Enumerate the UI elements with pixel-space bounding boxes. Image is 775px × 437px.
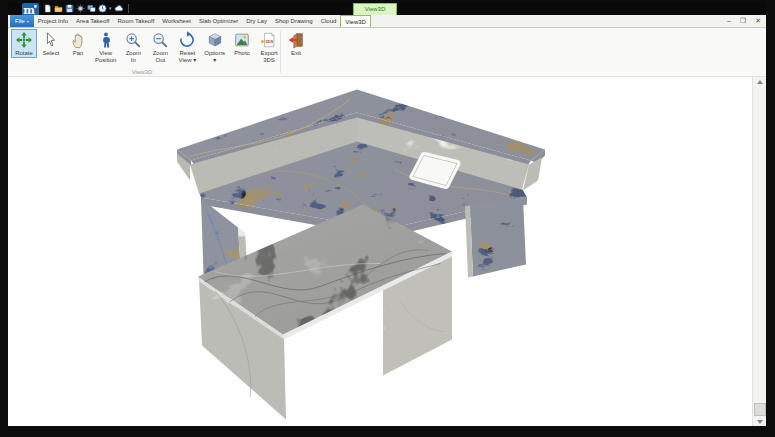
rotate-button[interactable]: Rotate <box>11 29 37 58</box>
zoom-in-button[interactable]: ZoomIn <box>120 29 146 65</box>
tab-dry-lay[interactable]: Dry Lay <box>242 15 271 27</box>
scroll-down-button[interactable] <box>754 417 765 426</box>
viewport-3d[interactable] <box>8 77 766 426</box>
select-cursor-icon <box>42 31 60 49</box>
select-button[interactable]: Select <box>38 29 64 58</box>
save-icon[interactable] <box>65 4 74 13</box>
title-bar: m <box>8 2 766 15</box>
options-button[interactable]: Options▾ <box>201 29 228 65</box>
open-folder-icon[interactable] <box>54 4 63 13</box>
file-menu-button[interactable]: File ▾ <box>10 15 34 27</box>
tab-room-takeoff[interactable]: Room Takeoff <box>114 15 159 27</box>
tab-shop-drawing[interactable]: Shop Drawing <box>271 15 317 27</box>
zoom-out-button[interactable]: ZoomOut <box>147 29 173 65</box>
photo-icon <box>233 31 251 49</box>
photo-button[interactable]: Photo <box>229 29 255 58</box>
scroll-up-button[interactable] <box>754 77 765 86</box>
viewport-scrollbar[interactable] <box>752 77 766 426</box>
zoom-in-icon <box>124 31 142 49</box>
tab-worksheet[interactable]: Worksheet <box>158 15 195 27</box>
exit-button[interactable]: Exit <box>283 29 309 58</box>
scene-3d-render <box>8 77 753 426</box>
ribbon-group-separator <box>280 31 281 73</box>
view-position-person-icon <box>97 31 115 49</box>
cloud-sync-icon[interactable] <box>114 4 124 13</box>
close-button[interactable]: ✕ <box>755 15 761 27</box>
ribbon-tab-bar: File ▾ Project Info Area Takeoff Room Ta… <box>8 15 766 27</box>
tab-project-info[interactable]: Project Info <box>34 15 72 27</box>
tab-area-takeoff[interactable]: Area Takeoff <box>72 15 113 27</box>
quick-access-separator <box>128 4 129 13</box>
app-window: m <box>8 2 766 425</box>
export-3ds-icon: 3DS <box>260 31 278 49</box>
ribbon-group-label: View3D <box>8 68 276 76</box>
counter-leg-right <box>470 199 526 277</box>
quick-access-toolbar: ▾ <box>43 4 129 13</box>
reset-view-icon <box>178 31 196 49</box>
export-3ds-button[interactable]: 3DS Export3DS <box>256 29 282 65</box>
file-caret-icon: ▾ <box>27 19 29 24</box>
ribbon-toolbar: Rotate Select Pan ViewPosition <box>8 28 766 77</box>
view-position-button[interactable]: ViewPosition <box>92 29 119 65</box>
tab-view3d-active[interactable]: View3D <box>340 15 371 27</box>
new-document-icon[interactable] <box>43 4 52 13</box>
pan-hand-icon <box>69 31 87 49</box>
pan-button[interactable]: Pan <box>65 29 91 58</box>
window-controls: – ❐ ✕ <box>727 15 761 27</box>
desktop: { "titlebar": { "logo": "m", "contextual… <box>0 0 775 437</box>
history-dropdown-caret-icon[interactable]: ▾ <box>109 6 112 11</box>
scroll-down-arrow-icon <box>757 420 763 424</box>
tab-cloud[interactable]: Cloud <box>317 15 341 27</box>
scrollbar-thumb[interactable] <box>754 403 766 416</box>
tab-slab-optimizer[interactable]: Slab Optimizer <box>195 15 242 27</box>
counter-sink-cutout <box>413 156 457 186</box>
recent-history-icon[interactable] <box>98 4 107 13</box>
zoom-out-icon <box>151 31 169 49</box>
settings-gear-icon[interactable] <box>76 4 85 13</box>
scroll-up-arrow-icon <box>757 80 763 84</box>
options-cube-icon <box>206 31 224 49</box>
svg-text:3DS: 3DS <box>265 39 273 44</box>
reset-view-button[interactable]: ResetView ▾ <box>174 29 200 65</box>
exit-door-icon <box>287 31 305 49</box>
switch-windows-icon[interactable] <box>87 4 96 13</box>
restore-button[interactable]: ❐ <box>740 15 746 27</box>
rotate-icon <box>15 31 33 49</box>
minimize-button[interactable]: – <box>727 15 731 27</box>
